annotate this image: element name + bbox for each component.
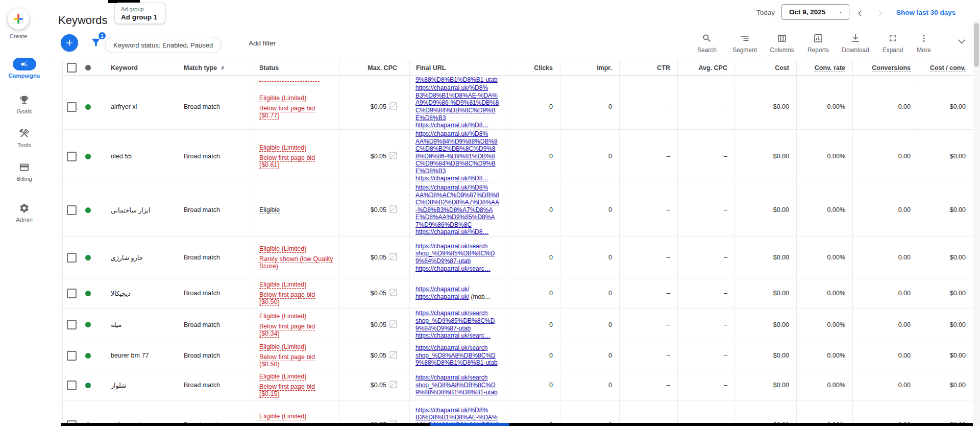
max-cpc-cell[interactable]: $0.05 xyxy=(340,278,410,308)
vertical-scrollbar-thumb[interactable] xyxy=(974,23,979,67)
status-text[interactable]: Eligible (Limited) xyxy=(259,245,306,252)
final-url-link[interactable]: E%D8%B3 xyxy=(415,114,446,122)
status-text[interactable]: Rarely shown (low Quality Score) xyxy=(259,255,333,270)
final-url-link[interactable]: https://chaparral.uk/searc… xyxy=(415,265,491,272)
previous-day-chevron-icon[interactable] xyxy=(854,7,866,19)
status-text[interactable]: Eligible (Limited) xyxy=(259,144,306,151)
status-text[interactable]: Eligible (Limited) xyxy=(259,343,306,350)
date-range-selector[interactable]: Oct 9, 2025 xyxy=(781,4,849,20)
sidebar-item-tools[interactable]: Tools xyxy=(0,127,48,148)
final-url-link[interactable]: https://chaparral.uk/ xyxy=(415,286,469,293)
add-filter-button[interactable]: Add filter xyxy=(249,39,276,48)
final-url-link[interactable]: 9%84%D9%87-utab xyxy=(415,257,471,265)
col-header-final-url[interactable]: Final URL xyxy=(410,60,504,75)
toolbar-segment-button[interactable]: Segment xyxy=(726,33,763,54)
sidebar-item-campaigns[interactable]: Campaigns xyxy=(0,57,48,79)
final-url-link[interactable]: AA%D8%AC%D9%87%DB%8 xyxy=(415,192,499,199)
status-text[interactable]: Eligible (Limited) xyxy=(259,373,306,380)
final-url-link[interactable]: shop_%D9%85%DB%8C%D xyxy=(415,317,495,325)
final-url-link[interactable]: 9%88%D8%B1%D8%B1-utab xyxy=(415,76,498,84)
status-text[interactable]: Below first page bid ($0.34) xyxy=(259,323,333,337)
col-header-max-cpc[interactable]: Max. CPC xyxy=(340,60,410,75)
final-url-link[interactable]: B3%D8%B1%D8%AE-%DA% xyxy=(415,414,498,421)
status-text[interactable]: Eligible (Limited) xyxy=(259,313,306,320)
col-header-impr[interactable]: Impr. xyxy=(560,60,620,75)
status-text[interactable]: Below first page bid ($0.61) xyxy=(259,154,333,169)
status-text[interactable]: Eligible (Limited) xyxy=(259,281,306,288)
max-cpc-cell[interactable]: $0.05 xyxy=(340,309,410,341)
status-cell[interactable]: Eligible (Limited)Below first page bid (… xyxy=(253,341,340,370)
col-header-keyword[interactable]: Keyword xyxy=(103,60,178,75)
toolbar-more-button[interactable]: More xyxy=(905,33,942,54)
sidebar-item-admin[interactable]: Admin xyxy=(0,201,48,223)
col-header-avg-cpc[interactable]: Avg. CPC xyxy=(678,60,735,75)
max-cpc-cell[interactable]: $0.05 xyxy=(340,84,410,129)
final-url-link[interactable]: shop_%D9%85%DB%8C%D xyxy=(415,250,495,257)
max-cpc-cell[interactable]: $0.05 xyxy=(340,341,410,370)
max-cpc-cell[interactable]: $0.05 xyxy=(340,400,410,426)
final-url-link[interactable]: https://chaparral.uk/searc… xyxy=(415,332,491,339)
status-cell[interactable]: Eligible (Limited)Below first page bid (… xyxy=(253,130,340,183)
col-header-status[interactable]: Status xyxy=(253,60,340,75)
final-url-link[interactable]: https://chaparral.uk/ xyxy=(415,293,469,300)
status-text[interactable]: Eligible xyxy=(259,206,280,214)
final-url-link[interactable]: https://chaparral.uk/search xyxy=(415,344,487,352)
final-url-link[interactable]: 7%D9%86%DB%8C xyxy=(415,221,472,229)
row-checkbox[interactable] xyxy=(67,205,77,215)
status-text[interactable]: Below first page bid ($0.50) xyxy=(259,353,333,368)
toolbar-search-button[interactable]: Search xyxy=(689,33,725,54)
row-checkbox[interactable] xyxy=(67,253,77,263)
status-text[interactable]: Below first page bid ($0.77) xyxy=(259,105,333,119)
final-url-link[interactable]: https://chaparral.uk/%D8% xyxy=(415,84,488,92)
final-url-link[interactable]: E%D8%AA%D9%85%D8%A xyxy=(415,214,495,221)
final-url-link[interactable]: https://chaparral.uk/search xyxy=(415,243,487,250)
final-url-link[interactable]: https://chaparral.uk/%D8% xyxy=(415,184,488,192)
toolbar-reports-button[interactable]: Reports xyxy=(800,33,837,54)
status-text[interactable]: Eligible (Limited) xyxy=(259,94,306,102)
final-url-link[interactable]: C%D9%84%DB%8C%D9%B xyxy=(415,160,496,168)
col-header-ctr[interactable]: CTR xyxy=(620,60,678,75)
final-url-link[interactable]: https://chaparral.uk/%D8… xyxy=(415,228,488,235)
status-cell[interactable]: Eligible (Limited)Below first page bid (… xyxy=(253,84,340,129)
final-url-link[interactable]: B3%D8%B1%D8%AE-%DA% xyxy=(415,92,498,100)
header-status-dot[interactable] xyxy=(85,65,91,70)
final-url-link[interactable]: https://chaparral.uk/%D8% xyxy=(415,130,488,138)
show-last-30-days-link[interactable]: Show last 30 days xyxy=(896,8,955,18)
max-cpc-cell[interactable]: $0.05 xyxy=(340,237,410,278)
keyword-status-filter-chip[interactable]: Keyword status: Enabled, Paused xyxy=(105,37,222,53)
sidebar-item-goals[interactable]: Goals xyxy=(0,93,48,114)
final-url-link[interactable]: C%D8%B2%DB%8C%D9%8 xyxy=(415,145,496,153)
max-cpc-cell[interactable]: $0.05 xyxy=(340,130,410,183)
row-checkbox[interactable] xyxy=(67,289,77,298)
create-button[interactable]: Create xyxy=(0,8,37,39)
row-checkbox[interactable] xyxy=(67,102,77,112)
final-url-link[interactable]: 9%88%D8%B1%D8%B1-utab xyxy=(415,359,498,367)
max-cpc-cell[interactable]: $0.05 xyxy=(340,370,410,400)
row-checkbox[interactable] xyxy=(67,381,77,390)
final-url-link[interactable]: https://chaparral.uk/%D8% xyxy=(415,407,488,414)
status-cell[interactable]: Eligible (Limited)Below first page bid (… xyxy=(253,370,340,400)
toolbar-download-button[interactable]: Download xyxy=(837,33,874,54)
final-url-link[interactable]: 9%88%D8%B1%D8%B1-utab xyxy=(415,389,498,396)
col-header-clicks[interactable]: Clicks xyxy=(504,60,560,75)
vertical-scrollbar[interactable] xyxy=(973,20,980,426)
row-checkbox[interactable] xyxy=(67,320,77,329)
status-cell[interactable]: Eligible (Limited)Below first page bid (… xyxy=(253,278,340,308)
col-header-conversions[interactable]: Conversions xyxy=(853,60,918,75)
final-url-link[interactable]: https://chaparral.uk/search xyxy=(415,374,487,382)
final-url-link[interactable]: https://chaparral.uk/search xyxy=(415,310,487,317)
final-url-link[interactable]: shop_%D8%A8%DB%8C%D xyxy=(415,352,496,360)
final-url-link[interactable]: shop_%D8%A8%DB%8C%D xyxy=(415,382,496,389)
status-text[interactable]: Below first page bid ($0.50) xyxy=(259,291,333,305)
add-keyword-button[interactable] xyxy=(61,34,78,52)
collapse-toolbar-chevron-icon[interactable] xyxy=(955,37,968,47)
status-cell[interactable]: Eligible xyxy=(253,183,340,236)
row-checkbox[interactable] xyxy=(67,152,77,161)
max-cpc-cell[interactable]: $0.05 xyxy=(340,183,410,236)
final-url-link[interactable]: 9%84%D9%87-utab xyxy=(415,325,471,333)
status-cell[interactable]: Eligible (Limited)Below first page bid (… xyxy=(253,309,340,341)
row-checkbox[interactable] xyxy=(67,351,77,361)
col-header-cost[interactable]: Cost xyxy=(735,60,797,75)
sidebar-item-billing[interactable]: Billing xyxy=(0,160,48,182)
status-text[interactable]: Eligible (Limited) xyxy=(259,413,306,420)
